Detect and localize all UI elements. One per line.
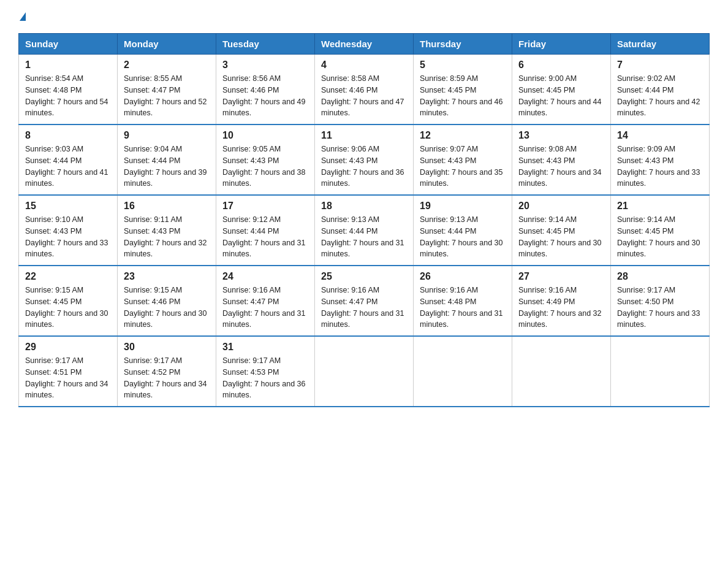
- calendar-body: 1 Sunrise: 8:54 AM Sunset: 4:48 PM Dayli…: [19, 55, 710, 407]
- day-info: Sunrise: 9:17 AM Sunset: 4:50 PM Dayligh…: [617, 285, 703, 331]
- day-number: 17: [222, 201, 308, 212]
- day-number: 13: [518, 130, 604, 141]
- header-cell-friday: Friday: [512, 34, 611, 55]
- day-number: 8: [25, 130, 111, 141]
- day-info: Sunrise: 9:12 AM Sunset: 4:44 PM Dayligh…: [222, 214, 308, 260]
- day-number: 19: [420, 201, 506, 212]
- day-number: 31: [222, 342, 308, 353]
- calendar-header: SundayMondayTuesdayWednesdayThursdayFrid…: [19, 34, 710, 55]
- day-info: Sunrise: 9:10 AM Sunset: 4:43 PM Dayligh…: [25, 214, 111, 260]
- day-info: Sunrise: 9:09 AM Sunset: 4:43 PM Dayligh…: [617, 144, 703, 190]
- day-cell: 12 Sunrise: 9:07 AM Sunset: 4:43 PM Dayl…: [414, 124, 512, 195]
- day-info: Sunrise: 9:14 AM Sunset: 4:45 PM Dayligh…: [518, 214, 604, 260]
- day-number: 4: [321, 59, 407, 71]
- day-cell: 17 Sunrise: 9:12 AM Sunset: 4:44 PM Dayl…: [216, 195, 315, 266]
- day-info: Sunrise: 9:17 AM Sunset: 4:52 PM Dayligh…: [124, 355, 210, 401]
- day-cell: 24 Sunrise: 9:16 AM Sunset: 4:47 PM Dayl…: [216, 266, 315, 336]
- day-info: Sunrise: 9:16 AM Sunset: 4:48 PM Dayligh…: [420, 285, 506, 331]
- day-cell: 11 Sunrise: 9:06 AM Sunset: 4:43 PM Dayl…: [315, 124, 414, 195]
- day-number: 16: [124, 201, 210, 212]
- day-number: 27: [518, 271, 604, 282]
- day-cell: 20 Sunrise: 9:14 AM Sunset: 4:45 PM Dayl…: [512, 195, 611, 266]
- day-info: Sunrise: 9:13 AM Sunset: 4:44 PM Dayligh…: [321, 214, 407, 260]
- day-cell: 3 Sunrise: 8:56 AM Sunset: 4:46 PM Dayli…: [216, 55, 315, 125]
- day-info: Sunrise: 9:00 AM Sunset: 4:45 PM Dayligh…: [518, 73, 604, 119]
- day-info: Sunrise: 9:05 AM Sunset: 4:43 PM Dayligh…: [222, 144, 308, 190]
- day-cell: 9 Sunrise: 9:04 AM Sunset: 4:44 PM Dayli…: [118, 124, 216, 195]
- day-info: Sunrise: 8:56 AM Sunset: 4:46 PM Dayligh…: [222, 73, 308, 119]
- day-cell: 13 Sunrise: 9:08 AM Sunset: 4:43 PM Dayl…: [512, 124, 611, 195]
- day-cell: 10 Sunrise: 9:05 AM Sunset: 4:43 PM Dayl…: [216, 124, 315, 195]
- day-info: Sunrise: 9:13 AM Sunset: 4:44 PM Dayligh…: [420, 214, 506, 260]
- day-number: 29: [25, 342, 111, 353]
- page-header: [18, 12, 710, 21]
- header-row: SundayMondayTuesdayWednesdayThursdayFrid…: [19, 34, 710, 55]
- day-number: 26: [420, 271, 506, 282]
- day-info: Sunrise: 8:58 AM Sunset: 4:46 PM Dayligh…: [321, 73, 407, 119]
- day-info: Sunrise: 8:54 AM Sunset: 4:48 PM Dayligh…: [25, 73, 111, 119]
- day-cell: 22 Sunrise: 9:15 AM Sunset: 4:45 PM Dayl…: [19, 266, 118, 336]
- day-info: Sunrise: 9:06 AM Sunset: 4:43 PM Dayligh…: [321, 144, 407, 190]
- day-number: 20: [518, 201, 604, 212]
- day-cell: 30 Sunrise: 9:17 AM Sunset: 4:52 PM Dayl…: [118, 336, 216, 407]
- day-info: Sunrise: 9:16 AM Sunset: 4:49 PM Dayligh…: [518, 285, 604, 331]
- day-number: 5: [420, 59, 506, 71]
- header-cell-sunday: Sunday: [19, 34, 118, 55]
- day-info: Sunrise: 9:16 AM Sunset: 4:47 PM Dayligh…: [321, 285, 407, 331]
- day-cell: 28 Sunrise: 9:17 AM Sunset: 4:50 PM Dayl…: [611, 266, 710, 336]
- day-info: Sunrise: 9:17 AM Sunset: 4:51 PM Dayligh…: [25, 355, 111, 401]
- week-row-3: 15 Sunrise: 9:10 AM Sunset: 4:43 PM Dayl…: [19, 195, 710, 266]
- day-info: Sunrise: 9:08 AM Sunset: 4:43 PM Dayligh…: [518, 144, 604, 190]
- day-cell: 27 Sunrise: 9:16 AM Sunset: 4:49 PM Dayl…: [512, 266, 611, 336]
- header-cell-tuesday: Tuesday: [216, 34, 315, 55]
- day-cell: 29 Sunrise: 9:17 AM Sunset: 4:51 PM Dayl…: [19, 336, 118, 407]
- day-cell: 25 Sunrise: 9:16 AM Sunset: 4:47 PM Dayl…: [315, 266, 414, 336]
- day-cell: 14 Sunrise: 9:09 AM Sunset: 4:43 PM Dayl…: [611, 124, 710, 195]
- day-info: Sunrise: 9:14 AM Sunset: 4:45 PM Dayligh…: [617, 214, 703, 260]
- day-cell: [611, 336, 710, 407]
- day-cell: 23 Sunrise: 9:15 AM Sunset: 4:46 PM Dayl…: [118, 266, 216, 336]
- header-cell-saturday: Saturday: [611, 34, 710, 55]
- day-cell: [315, 336, 414, 407]
- week-row-4: 22 Sunrise: 9:15 AM Sunset: 4:45 PM Dayl…: [19, 266, 710, 336]
- day-number: 3: [222, 59, 308, 71]
- day-cell: 19 Sunrise: 9:13 AM Sunset: 4:44 PM Dayl…: [414, 195, 512, 266]
- logo-triangle-icon: [20, 12, 26, 21]
- day-cell: 26 Sunrise: 9:16 AM Sunset: 4:48 PM Dayl…: [414, 266, 512, 336]
- day-number: 2: [124, 59, 210, 71]
- day-number: 14: [617, 130, 703, 141]
- header-cell-thursday: Thursday: [414, 34, 512, 55]
- day-number: 1: [25, 59, 111, 71]
- day-number: 22: [25, 271, 111, 282]
- calendar-table: SundayMondayTuesdayWednesdayThursdayFrid…: [18, 33, 710, 407]
- day-number: 24: [222, 271, 308, 282]
- day-info: Sunrise: 9:15 AM Sunset: 4:46 PM Dayligh…: [124, 285, 210, 331]
- week-row-1: 1 Sunrise: 8:54 AM Sunset: 4:48 PM Dayli…: [19, 55, 710, 125]
- day-cell: 31 Sunrise: 9:17 AM Sunset: 4:53 PM Dayl…: [216, 336, 315, 407]
- day-cell: [414, 336, 512, 407]
- day-info: Sunrise: 9:16 AM Sunset: 4:47 PM Dayligh…: [222, 285, 308, 331]
- day-cell: 2 Sunrise: 8:55 AM Sunset: 4:47 PM Dayli…: [118, 55, 216, 125]
- week-row-5: 29 Sunrise: 9:17 AM Sunset: 4:51 PM Dayl…: [19, 336, 710, 407]
- day-cell: 8 Sunrise: 9:03 AM Sunset: 4:44 PM Dayli…: [19, 124, 118, 195]
- day-number: 9: [124, 130, 210, 141]
- day-number: 12: [420, 130, 506, 141]
- day-cell: 1 Sunrise: 8:54 AM Sunset: 4:48 PM Dayli…: [19, 55, 118, 125]
- day-number: 11: [321, 130, 407, 141]
- week-row-2: 8 Sunrise: 9:03 AM Sunset: 4:44 PM Dayli…: [19, 124, 710, 195]
- day-info: Sunrise: 8:55 AM Sunset: 4:47 PM Dayligh…: [124, 73, 210, 119]
- day-cell: 15 Sunrise: 9:10 AM Sunset: 4:43 PM Dayl…: [19, 195, 118, 266]
- day-number: 7: [617, 59, 703, 71]
- day-info: Sunrise: 9:11 AM Sunset: 4:43 PM Dayligh…: [124, 214, 210, 260]
- day-cell: 4 Sunrise: 8:58 AM Sunset: 4:46 PM Dayli…: [315, 55, 414, 125]
- day-number: 30: [124, 342, 210, 353]
- day-number: 28: [617, 271, 703, 282]
- header-cell-wednesday: Wednesday: [315, 34, 414, 55]
- day-info: Sunrise: 9:07 AM Sunset: 4:43 PM Dayligh…: [420, 144, 506, 190]
- day-number: 6: [518, 59, 604, 71]
- day-info: Sunrise: 9:04 AM Sunset: 4:44 PM Dayligh…: [124, 144, 210, 190]
- day-cell: 6 Sunrise: 9:00 AM Sunset: 4:45 PM Dayli…: [512, 55, 611, 125]
- day-info: Sunrise: 9:15 AM Sunset: 4:45 PM Dayligh…: [25, 285, 111, 331]
- day-number: 25: [321, 271, 407, 282]
- header-cell-monday: Monday: [118, 34, 216, 55]
